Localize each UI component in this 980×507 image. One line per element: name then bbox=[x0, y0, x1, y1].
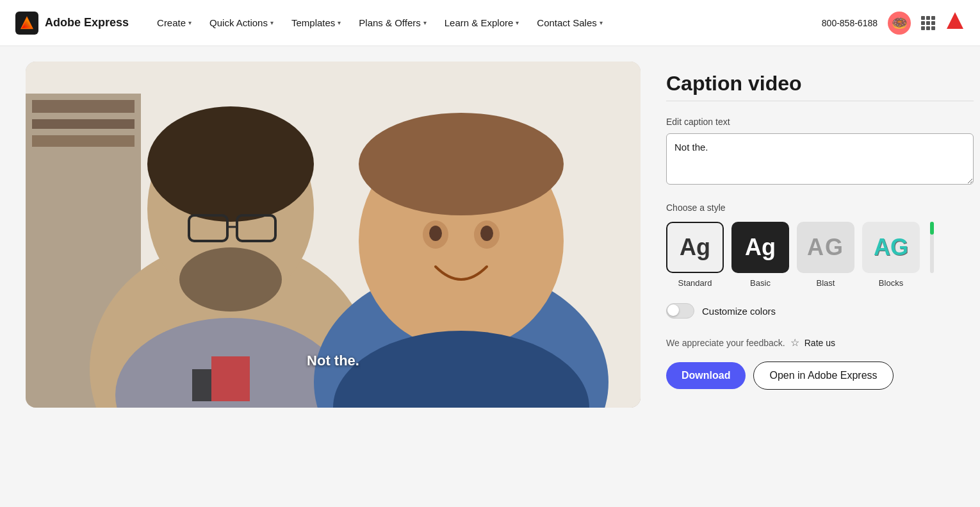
svg-rect-17 bbox=[211, 356, 250, 401]
grid-dot-4 bbox=[921, 21, 925, 25]
nav-create[interactable]: Create ▾ bbox=[149, 12, 199, 33]
style-blast[interactable]: AG Blast bbox=[797, 222, 854, 288]
user-avatar[interactable]: 🍩 bbox=[888, 12, 911, 35]
right-panel: Caption video Edit caption text Not the.… bbox=[666, 62, 974, 492]
caption-textarea[interactable]: Not the. bbox=[666, 133, 974, 185]
open-in-express-button[interactable]: Open in Adobe Express bbox=[753, 362, 893, 390]
svg-point-11 bbox=[147, 106, 314, 222]
style-blocks-text: AG bbox=[874, 234, 908, 261]
action-buttons: Download Open in Adobe Express bbox=[666, 362, 974, 390]
nav-contact-chevron: ▾ bbox=[600, 19, 603, 26]
nav-contact-label: Contact Sales bbox=[537, 17, 596, 28]
grid-dot-9 bbox=[931, 26, 935, 30]
style-options: Ag Standard Ag Basic AG Blast AG bbox=[666, 222, 974, 288]
adobe-logo-icon[interactable] bbox=[945, 11, 965, 35]
feedback-row: We appreciate your feedback. ☆ Rate us bbox=[666, 337, 974, 349]
phone-number: 800-858-6188 bbox=[822, 18, 878, 28]
svg-rect-8 bbox=[32, 135, 135, 147]
style-card-blocks[interactable]: AG bbox=[862, 222, 920, 273]
adobe-express-icon bbox=[15, 12, 38, 35]
grid-dot-5 bbox=[926, 21, 930, 25]
svg-rect-18 bbox=[192, 369, 211, 401]
nav-contact[interactable]: Contact Sales ▾ bbox=[529, 12, 610, 33]
main-content: Not the. ⏸ bbox=[0, 46, 980, 507]
nav-templates-label: Templates bbox=[291, 17, 335, 28]
panel-divider bbox=[666, 101, 974, 101]
grid-dot-7 bbox=[921, 26, 925, 30]
style-card-blast[interactable]: AG bbox=[797, 222, 854, 273]
style-standard-text: Ag bbox=[680, 234, 710, 261]
svg-marker-1 bbox=[22, 18, 32, 28]
svg-rect-7 bbox=[32, 119, 135, 129]
video-panel: Not the. ⏸ bbox=[26, 62, 641, 492]
grid-dot-3 bbox=[931, 16, 935, 20]
nav-plans[interactable]: Plans & Offers ▾ bbox=[351, 12, 434, 33]
toggle-thumb bbox=[667, 304, 679, 316]
style-basic[interactable]: Ag Basic bbox=[731, 222, 789, 288]
style-scrollbar-thumb bbox=[930, 222, 934, 235]
svg-marker-2 bbox=[947, 12, 963, 29]
nav-learn[interactable]: Learn & Explore ▾ bbox=[437, 12, 527, 33]
nav-items: Create ▾ Quick Actions ▾ Templates ▾ Pla… bbox=[149, 12, 817, 33]
grid-dot-1 bbox=[921, 16, 925, 20]
customize-colors-toggle[interactable] bbox=[666, 303, 694, 319]
style-blast-label: Blast bbox=[817, 278, 835, 288]
customize-colors-row: Customize colors bbox=[666, 303, 974, 319]
style-standard-label: Standard bbox=[678, 278, 712, 288]
style-scrollbar[interactable] bbox=[930, 222, 934, 273]
video-placeholder: Not the. bbox=[26, 62, 641, 408]
nav-create-chevron: ▾ bbox=[188, 19, 192, 26]
nav-templates[interactable]: Templates ▾ bbox=[284, 12, 348, 33]
svg-point-24 bbox=[429, 226, 442, 241]
star-icon: ☆ bbox=[790, 337, 799, 349]
download-button[interactable]: Download bbox=[666, 362, 746, 389]
customize-colors-label: Customize colors bbox=[702, 306, 776, 317]
nav-quick-actions-chevron: ▾ bbox=[270, 19, 274, 26]
nav-templates-chevron: ▾ bbox=[338, 19, 341, 26]
style-blocks[interactable]: AG Blocks bbox=[862, 222, 920, 288]
nav-quick-actions-label: Quick Actions bbox=[209, 17, 268, 28]
style-blast-text: AG bbox=[807, 234, 844, 261]
navbar-right: 800-858-6188 🍩 bbox=[822, 11, 965, 35]
nav-quick-actions[interactable]: Quick Actions ▾ bbox=[202, 12, 281, 33]
nav-plans-chevron: ▾ bbox=[423, 19, 427, 26]
svg-point-25 bbox=[480, 226, 493, 241]
style-label: Choose a style bbox=[666, 203, 974, 213]
avatar-emoji: 🍩 bbox=[892, 15, 908, 31]
nav-learn-label: Learn & Explore bbox=[445, 17, 514, 28]
brand-name: Adobe Express bbox=[45, 16, 129, 29]
nav-plans-label: Plans & Offers bbox=[359, 17, 420, 28]
grid-dot-8 bbox=[926, 26, 930, 30]
apps-grid-icon[interactable] bbox=[921, 16, 935, 30]
panel-title: Caption video bbox=[666, 72, 974, 96]
grid-dot-6 bbox=[931, 21, 935, 25]
nav-learn-chevron: ▾ bbox=[516, 19, 519, 26]
svg-point-15 bbox=[179, 247, 282, 312]
svg-point-21 bbox=[359, 113, 564, 215]
brand-logo[interactable]: Adobe Express bbox=[15, 12, 129, 35]
grid-dot-2 bbox=[926, 16, 930, 20]
video-container: Not the. ⏸ bbox=[26, 62, 641, 408]
style-card-basic[interactable]: Ag bbox=[731, 222, 789, 273]
nav-create-label: Create bbox=[157, 17, 186, 28]
style-basic-text: Ag bbox=[745, 234, 776, 261]
feedback-text: We appreciate your feedback. bbox=[666, 338, 785, 348]
edit-caption-label: Edit caption text bbox=[666, 117, 974, 127]
style-blocks-label: Blocks bbox=[879, 278, 903, 288]
rate-us-link[interactable]: Rate us bbox=[804, 338, 835, 348]
video-caption-overlay: Not the. bbox=[307, 353, 359, 369]
navbar: Adobe Express Create ▾ Quick Actions ▾ T… bbox=[0, 0, 980, 46]
style-standard[interactable]: Ag Standard bbox=[666, 222, 724, 288]
style-card-standard[interactable]: Ag bbox=[666, 222, 724, 273]
svg-rect-6 bbox=[32, 100, 135, 113]
style-basic-label: Basic bbox=[750, 278, 771, 288]
